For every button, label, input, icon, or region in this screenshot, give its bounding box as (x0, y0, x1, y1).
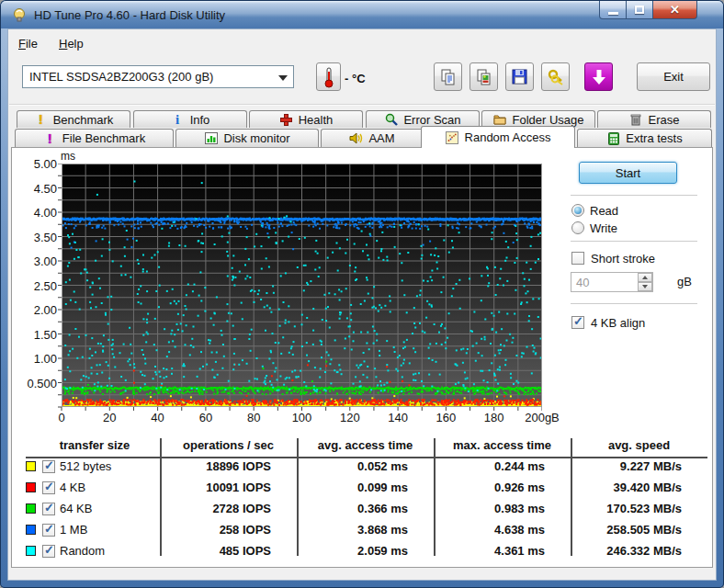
excl-magenta-icon: ! (43, 131, 57, 145)
tab-disk-monitor[interactable]: Disk monitor (175, 129, 319, 147)
align-checkbox[interactable]: ✓ (571, 316, 584, 329)
write-radio[interactable] (571, 221, 584, 234)
table-value: 246.332 MB/s (606, 544, 682, 558)
series-label: 4 KB (60, 481, 85, 494)
down-arrow-icon (591, 68, 607, 86)
tab-aam[interactable]: AAM (321, 129, 424, 147)
series-checkbox-4-kb[interactable]: ✓ (42, 481, 55, 494)
app-window: HD Tune Pro 4.60 - Hard Disk Utility ✕ F… (0, 0, 724, 588)
series-color-swatch (26, 482, 36, 492)
table-value: 0.099 ms (357, 481, 408, 494)
series-label: Random (60, 544, 105, 558)
tab-label: Extra tests (626, 131, 682, 145)
health-icon (279, 113, 293, 127)
series-checkbox-512-bytes[interactable]: ✓ (42, 460, 55, 473)
y-tick-label: 2.00 (17, 303, 57, 317)
table-value: 2728 IOPS (212, 502, 271, 515)
read-label[interactable]: Read (590, 204, 618, 218)
write-label[interactable]: Write (590, 221, 617, 235)
tab-label: Health (299, 113, 334, 127)
x-tick-label: 0 (38, 411, 85, 424)
check-icon: ✓ (44, 501, 54, 514)
separator (571, 303, 697, 305)
x-tick-label: 180 (470, 411, 518, 424)
check-icon: ✓ (44, 458, 54, 472)
copy-image-button[interactable] (469, 62, 498, 91)
tab-label: Info (190, 113, 210, 127)
exit-button[interactable]: Exit (637, 62, 710, 91)
table-value: 0.983 ms (494, 502, 545, 515)
folder-icon (492, 113, 506, 127)
title-bar[interactable]: HD Tune Pro 4.60 - Hard Disk Utility ✕ (1, 1, 723, 28)
tab-file-benchmark[interactable]: !File Benchmark (15, 129, 174, 147)
spin-down-button[interactable] (638, 282, 652, 291)
copy-text-button[interactable] (434, 62, 462, 91)
download-results-button[interactable] (584, 62, 613, 91)
start-button[interactable]: Start (579, 162, 677, 184)
table-value: 0.926 ms (494, 481, 545, 494)
series-color-swatch (26, 503, 36, 514)
short-stroke-label[interactable]: Short stroke (591, 252, 655, 266)
column-separator (297, 438, 299, 556)
spin-up-button[interactable] (638, 273, 652, 282)
extratests-icon (606, 131, 620, 145)
tab-erase[interactable]: Erase (597, 110, 711, 128)
start-label: Start (616, 166, 640, 180)
options-button[interactable] (541, 62, 570, 91)
table-value: 0.052 ms (357, 459, 408, 473)
table-header-3: avg. access time (318, 438, 413, 452)
tab-benchmark[interactable]: !Benchmark (17, 110, 130, 128)
y-axis-unit: ms (61, 150, 75, 163)
read-radio[interactable] (571, 204, 584, 217)
y-tick-label: 1.00 (17, 352, 57, 366)
stroke-size-spinner[interactable]: 40 (571, 272, 653, 292)
short-stroke-checkbox[interactable] (571, 252, 584, 265)
table-header-1: transfer size (60, 438, 130, 452)
menu-file[interactable]: File (13, 35, 43, 53)
series-checkbox-random[interactable]: ✓ (42, 545, 55, 558)
tab-extra-tests[interactable]: Extra tests (577, 129, 712, 147)
stroke-size-value: 40 (576, 276, 589, 289)
tab-info[interactable]: iInfo (133, 110, 247, 128)
menu-help[interactable]: Help (53, 35, 89, 53)
table-header-4: max. access time (453, 438, 551, 452)
drive-selector-value: INTEL SSDSA2BZ200G3 (200 gB) (29, 70, 213, 84)
drive-selector[interactable]: INTEL SSDSA2BZ200G3 (200 gB) (22, 65, 294, 88)
series-checkbox-1-mb[interactable]: ✓ (42, 524, 55, 537)
header-underline (26, 457, 707, 458)
table-value: 4.361 ms (494, 544, 545, 558)
tab-label: Disk monitor (223, 131, 289, 145)
copy-text-icon (440, 68, 457, 86)
x-tick-label: 120 (326, 411, 374, 424)
tab-random-access[interactable]: Random Access (421, 126, 575, 148)
chevron-down-icon (278, 75, 288, 81)
temperature-button[interactable] (316, 62, 341, 91)
check-icon: ✓ (44, 543, 54, 557)
series-color-swatch (26, 546, 36, 556)
table-value: 39.420 MB/s (614, 481, 682, 494)
close-button[interactable]: ✕ (652, 1, 697, 19)
x-tick-label: 140 (374, 411, 422, 424)
minimize-button[interactable] (599, 1, 627, 19)
tab-label: Random Access (465, 130, 551, 144)
app-icon (12, 7, 28, 23)
align-label[interactable]: 4 KB align (591, 316, 645, 330)
tab-health[interactable]: Health (249, 110, 363, 128)
table-value: 3.868 ms (357, 523, 408, 537)
table-value: 9.227 MB/s (620, 459, 682, 473)
save-button[interactable] (505, 62, 534, 91)
save-icon (511, 68, 528, 85)
table-value: 2.059 ms (357, 544, 408, 558)
series-color-swatch (26, 461, 36, 471)
toolbar-separator (9, 104, 715, 106)
copy-image-icon (476, 68, 492, 86)
table-value: 18896 IOPS (206, 459, 271, 473)
temperature-value: - °C (345, 72, 366, 85)
tab-label: File Benchmark (62, 131, 145, 145)
maximize-button[interactable] (627, 1, 652, 19)
table-value: 0.244 ms (494, 459, 545, 473)
series-checkbox-64-kb[interactable]: ✓ (42, 503, 55, 515)
minimize-icon (608, 12, 618, 15)
column-separator (160, 438, 162, 556)
x-tick-label: 100 (278, 411, 326, 424)
